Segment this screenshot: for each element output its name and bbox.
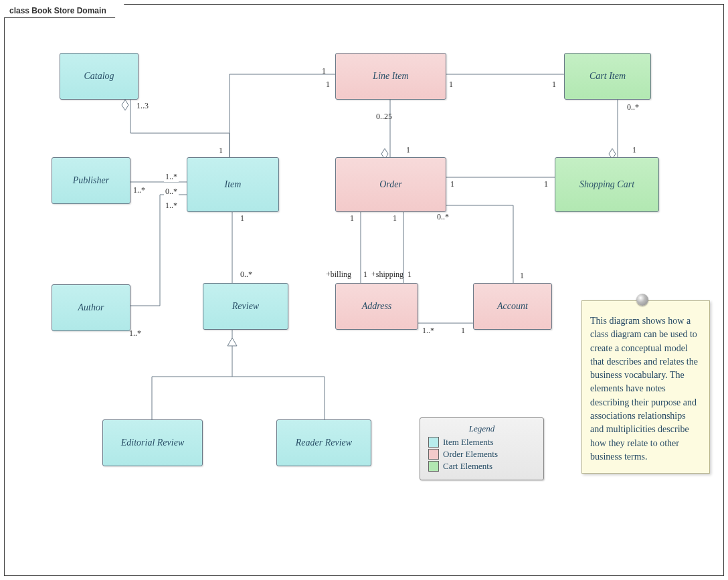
class-label: Item	[225, 179, 242, 190]
legend-swatch-cart	[428, 461, 439, 472]
class-label: Shopping Cart	[579, 179, 634, 190]
mult-item-lineitem-li: 1	[326, 80, 330, 90]
class-account[interactable]: Account	[473, 283, 552, 330]
mult-order-lineitem-order: 1	[406, 145, 410, 155]
mult-order-shipping-addr: 1	[407, 270, 412, 280]
mult-order-cart-cart: 1	[544, 179, 548, 189]
mult-order-shipping-order: 1	[393, 213, 397, 223]
mult-lineitem-cartitem-ci: 1	[552, 80, 556, 90]
legend-title: Legend	[428, 423, 535, 434]
mult-item-review-review: 0..*	[240, 270, 252, 280]
class-label: Account	[497, 301, 528, 312]
note-text: This diagram shows how a class diagram c…	[590, 316, 698, 462]
mult-order-lineitem-li: 0..25	[376, 112, 392, 122]
mult-item-lineitem-item: 1	[322, 66, 326, 76]
note-pin-icon	[636, 294, 648, 306]
mult-order-account-order: 0..*	[437, 212, 449, 222]
legend-row-item: Item Elements	[428, 437, 535, 448]
class-label: Editorial Review	[121, 438, 184, 448]
class-label: Publisher	[73, 175, 109, 186]
mult-catalog-item-item: 1	[219, 146, 223, 156]
class-review[interactable]: Review	[203, 283, 288, 330]
mult-account-address-addr: 1..*	[422, 326, 434, 336]
class-label: Cart Item	[589, 71, 626, 82]
class-label: Address	[362, 301, 392, 312]
class-label: Review	[232, 301, 259, 312]
class-publisher[interactable]: Publisher	[52, 157, 130, 204]
class-label: Reader Review	[296, 438, 352, 448]
frame-title: class Book Store Domain	[4, 4, 124, 18]
legend-row-order: Order Elements	[428, 449, 535, 460]
legend-swatch-item	[428, 437, 439, 448]
class-label: Catalog	[84, 71, 114, 82]
legend: Legend Item Elements Order Elements Cart…	[420, 417, 544, 480]
class-label: Author	[78, 302, 104, 313]
role-shipping: +shipping	[371, 270, 403, 280]
mult-item-review-extra: 1..*	[164, 201, 179, 211]
legend-label-order: Order Elements	[443, 449, 498, 460]
class-catalog[interactable]: Catalog	[60, 53, 139, 100]
frame-title-text: class Book Store Domain	[9, 6, 106, 15]
class-reader[interactable]: Reader Review	[276, 419, 371, 466]
legend-swatch-order	[428, 449, 439, 460]
class-author[interactable]: Author	[52, 284, 130, 331]
diagram-note: This diagram shows how a class diagram c…	[581, 300, 710, 474]
mult-order-cart-order: 1	[450, 179, 454, 189]
class-address[interactable]: Address	[335, 283, 418, 330]
class-cart[interactable]: Shopping Cart	[555, 157, 659, 212]
mult-order-billing-addr: 1	[363, 270, 367, 280]
mult-lineitem-cartitem-li: 1	[449, 80, 453, 90]
mult-cart-cartitem-cart: 1	[632, 145, 636, 155]
class-editorial[interactable]: Editorial Review	[102, 419, 203, 466]
class-label: Line Item	[373, 71, 408, 82]
legend-label-cart: Cart Elements	[443, 461, 492, 472]
mult-order-billing-order: 1	[350, 213, 354, 223]
mult-author-item-item: 0..*	[164, 187, 179, 197]
class-cartitem[interactable]: Cart Item	[564, 53, 651, 100]
mult-item-review-item: 1	[240, 213, 244, 223]
class-item[interactable]: Item	[187, 157, 279, 212]
legend-label-item: Item Elements	[443, 437, 493, 448]
mult-author-item-author: 1..*	[129, 328, 141, 339]
mult-account-address-acct: 1	[461, 326, 465, 336]
class-order[interactable]: Order	[335, 157, 446, 212]
diagram-frame: class Book Store Domain	[4, 4, 724, 576]
legend-row-cart: Cart Elements	[428, 461, 535, 472]
mult-catalog-item-catalog: 1..3	[136, 101, 149, 111]
mult-publisher-item-pub: 1..*	[133, 185, 145, 195]
role-billing: +billing	[326, 270, 351, 280]
mult-publisher-item-item: 1..*	[164, 172, 179, 182]
mult-order-account-account: 1	[520, 271, 524, 281]
class-lineitem[interactable]: Line Item	[335, 53, 446, 100]
mult-cart-cartitem-ci: 0..*	[627, 102, 639, 112]
class-label: Order	[379, 179, 402, 190]
